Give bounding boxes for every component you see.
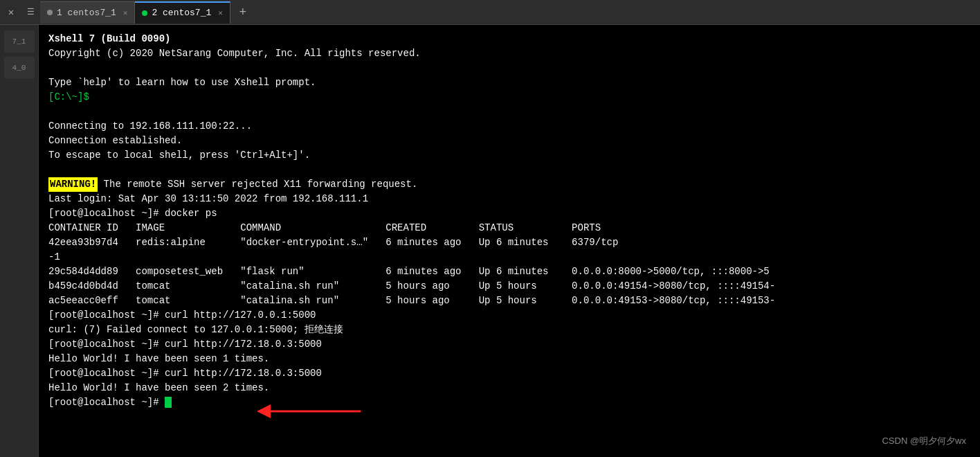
terminal-line-24: [root@localhost ~]# curl http://172.18.0… bbox=[48, 366, 970, 381]
tab-centos7-1-second[interactable]: 2 centos7_1 ✕ bbox=[135, 1, 230, 24]
terminal-line-18: b459c4d0bd4d tomcat "catalina.sh run" 5 … bbox=[48, 279, 970, 294]
terminal-line-1: Xshell 7 (Build 0090) bbox=[48, 32, 970, 46]
tab-active-dot bbox=[142, 10, 147, 16]
sidebar: 7_1 4_0 bbox=[0, 25, 39, 457]
tab-centos7-1-first[interactable]: 1 centos7_1 ✕ bbox=[40, 1, 135, 24]
watermark: CSDN @明夕何夕wx bbox=[882, 434, 966, 448]
tab-active-close-icon[interactable]: ✕ bbox=[218, 8, 223, 17]
tab-bar: ✕ ☰ 1 centos7_1 ✕ 2 centos7_1 ✕ + bbox=[0, 0, 980, 25]
terminal-line-12: Last login: Sat Apr 30 13:11:50 2022 fro… bbox=[48, 192, 970, 206]
terminal-line-23: Hello World! I have been seen 1 times. bbox=[48, 352, 970, 366]
svg-marker-1 bbox=[257, 404, 271, 418]
terminal-line-7: Connecting to 192.168.111.100:22... bbox=[48, 119, 970, 134]
terminal-line-11: WARNING! The remote SSH server rejected … bbox=[48, 177, 970, 192]
cursor-block bbox=[165, 397, 172, 408]
terminal-line-26: [root@localhost ~]# bbox=[48, 395, 970, 410]
terminal-line-5: [C:\~]$ bbox=[48, 90, 970, 105]
terminal-line-17: 29c584d4dd89 composetest_web "flask run"… bbox=[48, 265, 970, 279]
window-close-button[interactable]: ✕ bbox=[3, 4, 19, 21]
terminal-line-16: -1 bbox=[48, 250, 970, 265]
terminal-line-22: [root@localhost ~]# curl http://172.18.0… bbox=[48, 337, 970, 352]
terminal-line-13: [root@localhost ~]# docker ps bbox=[48, 206, 970, 221]
sidebar-item-2[interactable]: 4_0 bbox=[4, 57, 35, 79]
terminal-line-25: Hello World! I have been seen 2 times. bbox=[48, 381, 970, 395]
terminal-line-6 bbox=[48, 105, 970, 119]
sidebar-item-1[interactable]: 7_1 bbox=[4, 30, 35, 53]
tab-label: 1 centos7_1 bbox=[57, 8, 116, 18]
terminal-line-9: To escape to local shell, press 'Ctrl+Al… bbox=[48, 148, 970, 163]
red-arrow-annotation bbox=[253, 397, 364, 425]
terminal-line-19: ac5eeacc0eff tomcat "catalina.sh run" 5 … bbox=[48, 294, 970, 308]
terminal-line-15: 42eea93b97d4 redis:alpine "docker-entryp… bbox=[48, 235, 970, 250]
terminal-line-2: Copyright (c) 2020 NetSarang Computer, I… bbox=[48, 46, 970, 61]
tab-add-button[interactable]: + bbox=[233, 3, 253, 22]
terminal-line-4: Type `help' to learn how to use Xshell p… bbox=[48, 75, 970, 90]
tab-active-label: 2 centos7_1 bbox=[152, 8, 211, 18]
terminal-output[interactable]: Xshell 7 (Build 0090) Copyright (c) 2020… bbox=[39, 25, 980, 457]
tab-status-dot bbox=[47, 10, 53, 15]
terminal-line-14: CONTAINER ID IMAGE COMMAND CREATED STATU… bbox=[48, 221, 970, 235]
terminal-line-8: Connection established. bbox=[48, 134, 970, 148]
warning-badge: WARNING! bbox=[48, 177, 98, 192]
window-pin-button[interactable]: ☰ bbox=[24, 6, 37, 19]
terminal-line-21: curl: (7) Failed connect to 127.0.0.1:50… bbox=[48, 323, 970, 337]
terminal-line-10 bbox=[48, 163, 970, 177]
terminal-line-3 bbox=[48, 61, 970, 75]
tab-close-icon[interactable]: ✕ bbox=[123, 8, 128, 17]
terminal-wrapper: 7_1 4_0 Xshell 7 (Build 0090) Copyright … bbox=[0, 25, 980, 457]
terminal-line-20: [root@localhost ~]# curl http://127.0.0.… bbox=[48, 308, 970, 323]
